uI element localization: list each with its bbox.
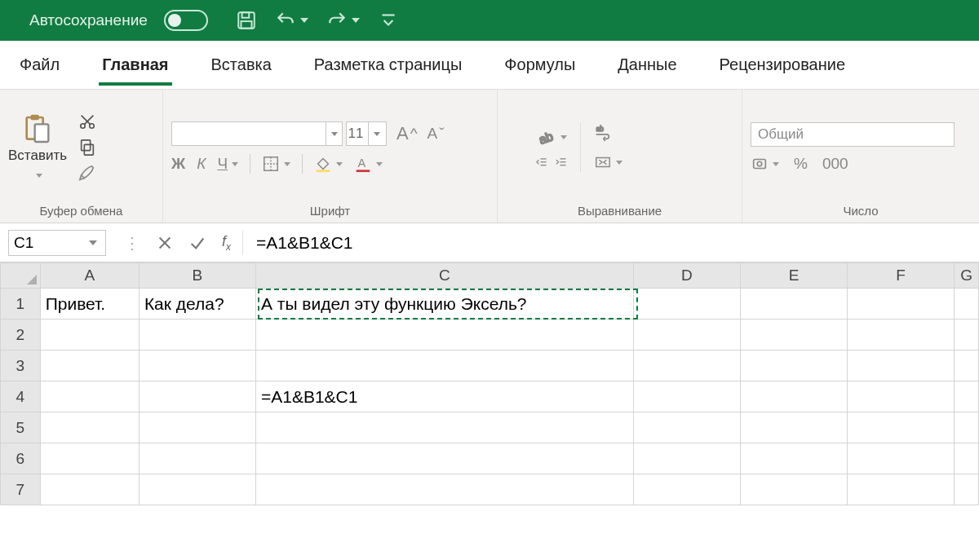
percent-button[interactable]: % [794,155,808,173]
cell-B3[interactable] [140,351,256,381]
cell-D1[interactable] [634,289,741,320]
cell-E7[interactable] [741,474,848,505]
tab-review[interactable]: Рецензирование [716,44,848,86]
cell-E3[interactable] [741,351,848,381]
format-painter-icon[interactable] [78,165,96,183]
decrease-indent-icon[interactable] [535,156,548,169]
column-header-D[interactable]: D [634,262,741,289]
cell-G5[interactable] [955,412,979,443]
redo-button[interactable] [326,10,360,31]
row-header-4[interactable]: 4 [0,381,41,412]
wrap-text-button[interactable]: ab [594,124,622,142]
name-box-expand-button[interactable]: ⋮ [116,233,148,253]
cell-A2[interactable] [41,320,140,351]
cell-C7[interactable] [256,474,634,505]
cell-B4[interactable] [140,381,256,412]
cell-D5[interactable] [634,412,741,443]
cell-E1[interactable] [741,289,848,320]
row-header-5[interactable]: 5 [0,412,41,443]
cell-B5[interactable] [140,412,256,443]
cell-A7[interactable] [41,474,140,505]
tab-formulas[interactable]: Формулы [501,44,578,86]
italic-button[interactable]: К [197,155,206,173]
cell-E6[interactable] [741,443,848,474]
tab-data[interactable]: Данные [614,44,680,86]
cell-F2[interactable] [848,320,955,351]
autosave-toggle[interactable] [164,10,208,31]
cell-A5[interactable] [41,412,140,443]
cell-G7[interactable] [955,474,979,505]
cancel-formula-button[interactable] [148,223,181,262]
font-name-select[interactable] [171,121,343,146]
customize-qat-button[interactable] [378,10,399,31]
cell-G2[interactable] [955,320,979,351]
cell-B1[interactable]: Как дела? [140,289,256,320]
cell-C1[interactable]: А ты видел эту функцию Эксель? [256,289,634,320]
cell-C2[interactable] [256,320,634,351]
formula-input[interactable] [246,233,979,253]
enter-formula-button[interactable] [181,223,214,262]
cell-G6[interactable] [955,443,979,474]
increase-indent-icon[interactable] [555,156,568,169]
font-color-button[interactable]: A [354,155,383,173]
insert-function-button[interactable]: fx [214,233,239,253]
name-box[interactable]: C1 [8,230,106,256]
cell-B7[interactable] [140,474,256,505]
column-header-E[interactable]: E [741,262,848,289]
fill-color-button[interactable] [314,155,343,173]
tab-home[interactable]: Главная [99,44,171,86]
cell-G1[interactable] [955,289,979,320]
comma-style-button[interactable]: 000 [822,155,848,173]
tab-layout[interactable]: Разметка страницы [311,44,465,86]
cell-D6[interactable] [634,443,741,474]
cell-D3[interactable] [634,351,741,381]
cell-F6[interactable] [848,443,955,474]
column-header-B[interactable]: B [140,262,256,289]
row-header-2[interactable]: 2 [0,320,41,351]
cell-G3[interactable] [955,351,979,381]
cell-F4[interactable] [848,381,955,412]
orientation-button[interactable]: ab [535,126,567,148]
column-header-G[interactable]: G [955,262,979,289]
cell-D2[interactable] [634,320,741,351]
cell-F1[interactable] [848,289,955,320]
tab-file[interactable]: Файл [16,44,63,86]
row-header-3[interactable]: 3 [0,351,41,381]
tab-insert[interactable]: Вставка [208,44,275,86]
cell-C3[interactable] [256,351,634,381]
cut-icon[interactable] [78,112,96,130]
font-size-select[interactable]: 11 [346,121,387,146]
decrease-font-button[interactable]: Aˇ [427,125,445,143]
cell-D4[interactable] [634,381,741,412]
paste-button[interactable]: Вставить [8,113,67,182]
column-header-C[interactable]: C [256,262,634,289]
cell-C4[interactable]: =A1&B1&C1 [256,381,634,412]
increase-font-button[interactable]: A^ [396,123,418,144]
cell-E4[interactable] [741,381,848,412]
row-header-7[interactable]: 7 [0,474,41,505]
cell-F7[interactable] [848,474,955,505]
cell-B2[interactable] [140,320,256,351]
cell-E2[interactable] [741,320,848,351]
accounting-format-button[interactable] [751,155,779,173]
cell-F3[interactable] [848,351,955,381]
bold-button[interactable]: Ж [171,155,185,173]
underline-button[interactable]: Ч [217,155,238,173]
cell-A4[interactable] [41,381,140,412]
row-header-1[interactable]: 1 [0,289,41,320]
cell-F5[interactable] [848,412,955,443]
number-format-select[interactable]: Общий [751,122,955,147]
cell-D7[interactable] [634,474,741,505]
undo-button[interactable] [275,10,308,31]
cell-B6[interactable] [140,443,256,474]
cell-C6[interactable] [256,443,634,474]
cell-E5[interactable] [741,412,848,443]
cell-A3[interactable] [41,351,140,381]
column-header-A[interactable]: A [41,262,140,289]
column-header-F[interactable]: F [848,262,955,289]
merge-button[interactable] [594,153,622,171]
save-button[interactable] [236,10,257,31]
cell-A1[interactable]: Привет. [41,289,140,320]
select-all-corner[interactable] [0,262,41,289]
borders-button[interactable] [262,155,290,173]
